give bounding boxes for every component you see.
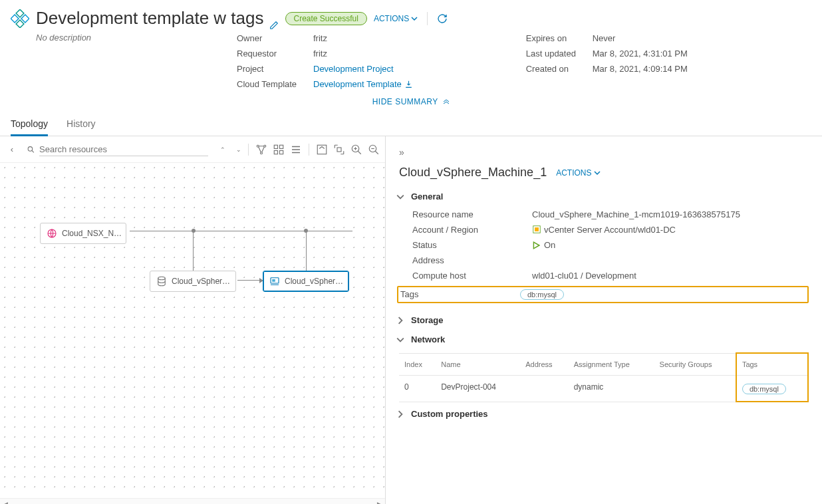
tabs: Topology History (0, 113, 822, 136)
summary-panel: Ownerfritz Requestorfritz ProjectDevelop… (0, 32, 822, 93)
cell-index: 0 (399, 376, 436, 402)
chevron-down-icon (396, 336, 404, 344)
chevron-left-icon[interactable]: ‹ (5, 144, 19, 154)
updated-value: Mar 8, 2021, 4:31:01 PM (593, 47, 688, 60)
chevron-double-up-icon (443, 97, 450, 104)
topology-node-db[interactable]: Cloud_vSpher… (150, 271, 236, 292)
topology-node-nsx[interactable]: Cloud_NSX_N… (40, 223, 126, 244)
project-label: Project (237, 63, 313, 75)
edit-icon[interactable] (269, 14, 279, 23)
status-badge: Create Successful (285, 12, 367, 25)
svg-rect-0 (16, 9, 24, 17)
resource-actions-dropdown[interactable]: ACTIONS (556, 168, 600, 178)
tab-topology[interactable]: Topology (11, 113, 48, 136)
table-row: 0 DevProject-004 dynamic db:mysql (399, 376, 808, 402)
fullscreen-icon[interactable] (316, 144, 328, 156)
layout-graph-icon[interactable] (255, 144, 267, 156)
network-icon (46, 227, 58, 239)
owner-label: Owner (237, 32, 313, 45)
layout-grid-icon[interactable] (273, 144, 285, 156)
search-input[interactable] (39, 143, 208, 156)
requestor-value: fritz (313, 47, 327, 60)
horizontal-scrollbar[interactable]: ◄ ► (0, 498, 385, 504)
scroll-right-icon[interactable]: ► (374, 500, 384, 504)
section-storage-toggle[interactable]: Storage (396, 315, 809, 325)
svg-rect-1 (21, 15, 29, 23)
svg-rect-9 (274, 145, 277, 148)
compute-value: wld01-clu01 / Development (532, 271, 636, 281)
svg-line-19 (358, 151, 361, 154)
section-network-toggle[interactable]: Network (396, 334, 809, 344)
actions-dropdown[interactable]: ACTIONS (374, 14, 418, 23)
svg-point-8 (261, 152, 263, 154)
requestor-label: Requestor (237, 47, 313, 60)
edge (193, 231, 194, 271)
chevron-down-icon (396, 193, 404, 201)
svg-rect-28 (272, 279, 275, 282)
section-custom-toggle[interactable]: Custom properties (396, 409, 809, 419)
zoom-out-icon[interactable] (368, 144, 380, 156)
refresh-icon[interactable] (437, 13, 448, 24)
edge (306, 231, 307, 271)
edge (130, 231, 352, 231)
chevron-up-icon[interactable]: ⌃ (216, 146, 229, 153)
section-storage-label: Storage (411, 315, 443, 325)
topology-node-vm[interactable]: Cloud_vSpher… (263, 271, 349, 292)
edge-junction (304, 229, 308, 233)
panel-expand-icon[interactable]: » (399, 147, 809, 158)
col-index: Index (399, 353, 436, 376)
chevron-right-icon (396, 410, 404, 418)
play-icon (532, 241, 540, 249)
tab-history[interactable]: History (67, 113, 96, 136)
node-label: Cloud_vSpher… (172, 277, 230, 286)
node-label: Cloud_NSX_N… (62, 229, 122, 238)
project-link[interactable]: Development Project (313, 63, 394, 75)
details-panel: » Cloud_vSphere_Machine_1 ACTIONS Genera… (386, 136, 822, 504)
zoom-in-icon[interactable] (350, 144, 362, 156)
account-text: vCenter Server Account/wld01-DC (544, 225, 676, 235)
col-security: Security Groups (654, 353, 736, 376)
edge (237, 280, 261, 281)
svg-line-23 (375, 151, 378, 154)
created-value: Mar 8, 2021, 4:09:14 PM (593, 63, 688, 75)
separator (427, 12, 428, 25)
svg-rect-2 (11, 15, 19, 23)
section-general-toggle[interactable]: General (396, 191, 809, 201)
vm-icon (269, 275, 281, 287)
section-general-label: General (411, 191, 443, 201)
compute-label: Compute host (412, 271, 532, 281)
col-address: Address (520, 353, 568, 376)
tags-row-highlight: Tagsdb:mysql (397, 286, 809, 303)
cell-name: DevProject-004 (436, 376, 520, 402)
expires-value: Never (593, 32, 616, 45)
svg-rect-12 (280, 150, 283, 154)
tag-pill: db:mysql (520, 289, 564, 300)
vcenter-icon (532, 225, 541, 234)
template-link[interactable]: Development Template (313, 78, 413, 90)
network-table: Index Name Address Assignment Type Secur… (399, 352, 809, 402)
svg-rect-17 (337, 148, 341, 152)
chevron-down-icon[interactable]: ⌄ (232, 146, 245, 153)
cell-tags-highlight: db:mysql (736, 376, 808, 402)
svg-rect-3 (16, 19, 24, 27)
col-assignment: Assignment Type (569, 353, 654, 376)
fit-icon[interactable] (333, 144, 345, 156)
layout-list-icon[interactable] (290, 144, 302, 156)
resource-title: Cloud_vSphere_Machine_1 ACTIONS (399, 166, 809, 180)
hide-summary-toggle[interactable]: HIDE SUMMARY (0, 93, 822, 113)
scroll-left-icon[interactable]: ◄ (1, 500, 11, 504)
svg-rect-31 (535, 227, 539, 231)
resource-title-text: Cloud_vSphere_Machine_1 (399, 166, 547, 180)
resource-name-label: Resource name (412, 209, 532, 219)
svg-rect-11 (274, 150, 277, 154)
download-icon[interactable] (404, 80, 413, 88)
hide-summary-label: HIDE SUMMARY (372, 97, 438, 106)
address-label: Address (412, 255, 532, 265)
canvas-grid[interactable]: Cloud_NSX_N… Cloud_vSpher… Cloud_vSpher… (0, 163, 385, 495)
tags-label: Tags (400, 289, 520, 300)
expires-label: Expires on (526, 32, 593, 45)
col-name: Name (436, 353, 520, 376)
account-label: Account / Region (412, 225, 532, 235)
template-label: Cloud Template (237, 78, 313, 90)
app-icon (11, 9, 29, 28)
